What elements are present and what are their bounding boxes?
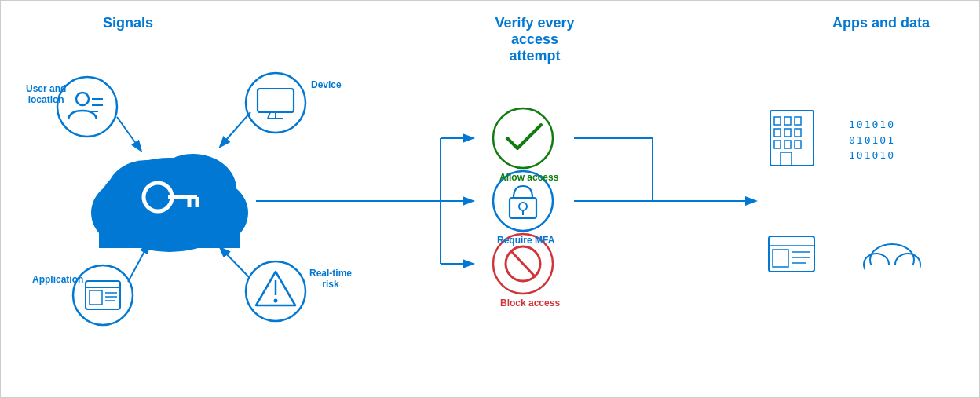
svg-marker-28 — [256, 272, 295, 305]
svg-line-19 — [268, 112, 270, 119]
application-label: Application — [32, 274, 83, 285]
svg-rect-5 — [99, 209, 240, 248]
svg-rect-57 — [795, 117, 801, 125]
svg-rect-55 — [774, 117, 781, 125]
user-location-label: User andlocation — [26, 83, 66, 105]
device-label: Device — [311, 79, 342, 90]
svg-point-46 — [493, 108, 553, 168]
svg-point-49 — [519, 203, 527, 210]
svg-point-27 — [246, 261, 305, 321]
block-access-label: Block access — [500, 298, 560, 309]
svg-point-2 — [162, 177, 248, 248]
allow-access-label: Allow access — [499, 172, 558, 183]
svg-rect-64 — [781, 152, 792, 166]
svg-rect-54 — [770, 111, 814, 166]
svg-point-10 — [57, 77, 117, 137]
svg-rect-61 — [774, 141, 781, 148]
svg-point-0 — [99, 158, 240, 252]
binary-data-icon: 101010 010101 101010 — [849, 117, 895, 163]
svg-point-15 — [246, 73, 305, 133]
svg-line-53 — [510, 250, 536, 277]
svg-point-1 — [91, 177, 177, 248]
realtime-risk-label: Real-timerisk — [309, 268, 352, 290]
svg-point-72 — [864, 254, 889, 276]
svg-rect-58 — [774, 129, 781, 137]
svg-rect-16 — [258, 89, 294, 112]
svg-point-4 — [150, 154, 236, 225]
svg-rect-48 — [510, 198, 536, 218]
apps-title: Apps and data — [795, 15, 967, 31]
svg-rect-23 — [90, 290, 102, 305]
svg-rect-59 — [784, 129, 791, 137]
svg-point-3 — [107, 160, 185, 226]
svg-point-11 — [76, 93, 89, 105]
svg-rect-56 — [784, 117, 791, 125]
svg-rect-74 — [865, 265, 920, 276]
verify-title: Verify every accessattempt — [472, 15, 598, 64]
diagram-container: Signals Verify every accessattempt Apps … — [0, 0, 980, 398]
svg-point-52 — [506, 246, 540, 281]
svg-line-33 — [221, 112, 250, 146]
svg-line-35 — [221, 248, 249, 277]
svg-rect-21 — [86, 281, 120, 309]
svg-line-34 — [128, 244, 148, 282]
svg-point-71 — [870, 244, 914, 276]
svg-rect-67 — [773, 250, 788, 267]
svg-rect-60 — [795, 129, 801, 137]
svg-point-6 — [144, 183, 172, 211]
svg-point-30 — [274, 299, 278, 303]
svg-rect-65 — [769, 236, 814, 272]
svg-rect-62 — [784, 141, 791, 148]
svg-point-73 — [895, 254, 920, 276]
signals-title: Signals — [103, 15, 153, 31]
svg-line-32 — [117, 117, 141, 150]
require-mfa-label: Require MFA — [497, 235, 554, 246]
svg-rect-63 — [795, 141, 801, 148]
